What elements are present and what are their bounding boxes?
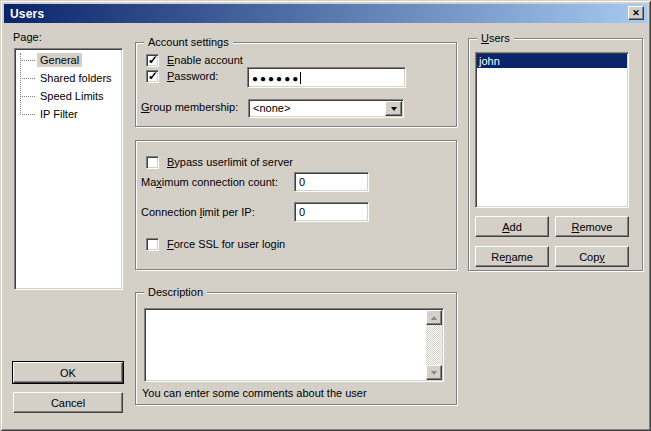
tree-connector: [20, 78, 35, 79]
max-connection-count-input[interactable]: [294, 172, 369, 192]
window-title: Users: [4, 7, 44, 21]
close-button[interactable]: ✕: [628, 6, 644, 20]
user-list-item[interactable]: john: [477, 54, 627, 68]
group-membership-dropdown[interactable]: <none>: [248, 99, 404, 118]
text-caret: [300, 72, 301, 84]
tree-item-label[interactable]: Shared folders: [37, 71, 115, 85]
connection-limit-per-ip-input[interactable]: [294, 202, 369, 222]
description-scrollbar[interactable]: [426, 310, 442, 380]
scrollbar-up-button[interactable]: [426, 310, 442, 325]
max-connection-count-label: Maximum connection count:: [141, 176, 278, 188]
tree-item-label[interactable]: IP Filter: [37, 107, 81, 121]
ok-button[interactable]: OK: [13, 362, 123, 383]
description-textarea[interactable]: [144, 308, 444, 382]
cancel-button[interactable]: Cancel: [13, 392, 123, 413]
page-tree[interactable]: General Shared folders Speed Limits IP F…: [14, 48, 123, 290]
enable-account-label: Enable account: [167, 54, 243, 66]
force-ssl-label: Force SSL for user login: [167, 238, 285, 250]
tree-item-general[interactable]: General: [15, 51, 122, 69]
copy-user-button[interactable]: Copy: [555, 246, 629, 267]
tree-connector: [20, 114, 35, 115]
force-ssl-checkbox[interactable]: [146, 238, 159, 251]
scroll-up-icon: [431, 316, 437, 320]
tree-connector: [20, 96, 35, 97]
description-hint: You can enter some comments about the us…: [142, 387, 367, 399]
description-group: Description You can enter some comments …: [135, 292, 457, 405]
group-membership-label: Group membership:: [141, 101, 238, 113]
enable-account-checkbox[interactable]: [146, 54, 159, 67]
title-bar[interactable]: Users ✕: [4, 4, 647, 23]
password-input[interactable]: ●●●●●●: [247, 67, 406, 88]
remove-user-button[interactable]: Remove: [555, 216, 629, 237]
bypass-userlimit-checkbox[interactable]: [146, 156, 159, 169]
users-listbox[interactable]: john: [475, 52, 629, 208]
rename-user-button[interactable]: Rename: [475, 246, 549, 267]
chevron-down-icon: [391, 107, 397, 111]
tree-item-label[interactable]: General: [37, 53, 82, 67]
users-dialog: Users ✕ Page: General Shared folders Spe…: [0, 0, 651, 431]
dropdown-selected-value: <none>: [253, 102, 290, 114]
password-masked-value: ●●●●●●: [252, 73, 300, 84]
tree-item-label[interactable]: Speed Limits: [37, 89, 107, 103]
bypass-userlimit-label: Bypass userlimit of server: [167, 156, 293, 168]
password-label: Password:: [167, 70, 218, 82]
page-label: Page:: [13, 31, 42, 43]
users-group: Users john Add Remove Rename Copy: [468, 38, 643, 271]
description-title: Description: [144, 286, 207, 299]
account-settings-group: Account settings Enable account Password…: [135, 42, 457, 127]
tree-item-ip-filter[interactable]: IP Filter: [15, 105, 122, 123]
users-group-title: Users: [477, 32, 514, 45]
tree-item-speed-limits[interactable]: Speed Limits: [15, 87, 122, 105]
tree-connector: [20, 60, 35, 61]
close-icon: ✕: [632, 9, 640, 18]
dropdown-arrow-button[interactable]: [385, 101, 402, 116]
scroll-down-icon: [431, 371, 437, 375]
add-user-button[interactable]: Add: [475, 216, 549, 237]
password-checkbox[interactable]: [146, 70, 159, 83]
connection-settings-group: Bypass userlimit of server Maximum conne…: [135, 140, 457, 270]
tree-item-shared-folders[interactable]: Shared folders: [15, 69, 122, 87]
account-settings-title: Account settings: [144, 36, 233, 49]
scrollbar-down-button[interactable]: [426, 365, 442, 380]
connection-limit-per-ip-label: Connection limit per IP:: [141, 206, 255, 218]
